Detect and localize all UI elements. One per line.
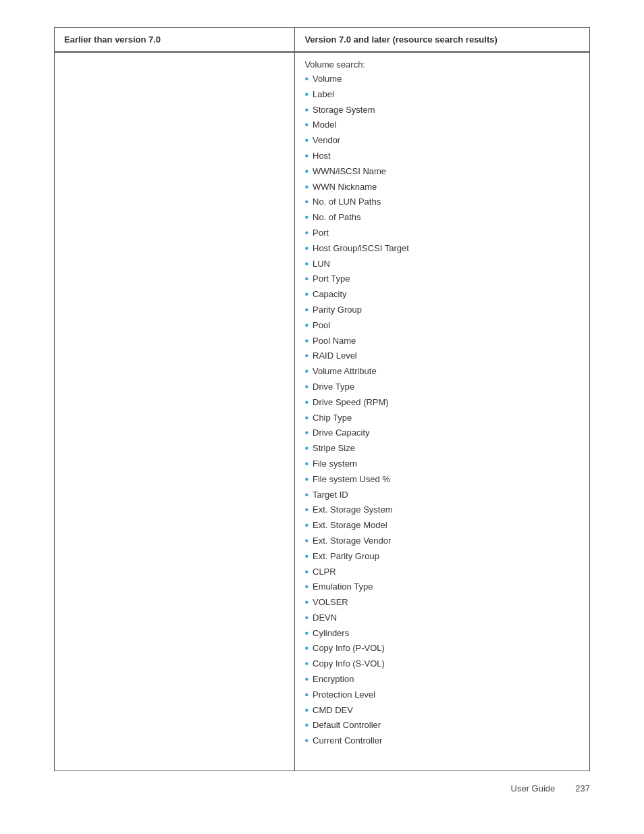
list-item-text: RAID Level (313, 349, 357, 363)
bullet-icon: • (304, 303, 308, 317)
bullet-icon: • (304, 534, 308, 548)
list-item: •Pool Name (304, 334, 580, 348)
bullet-icon: • (304, 396, 308, 410)
list-item: •Ext. Storage System (304, 503, 580, 517)
list-item: •Host Group/iSCSI Target (304, 242, 580, 256)
list-item-text: Stripe Size (313, 442, 355, 455)
bullet-icon: • (304, 288, 308, 302)
list-item: •Encryption (304, 673, 580, 687)
list-item-text: Storage System (313, 103, 375, 117)
list-item-text: Model (313, 118, 336, 132)
footer-page: 237 (575, 783, 590, 793)
bullet-icon: • (304, 657, 308, 671)
bullet-icon: • (304, 319, 308, 333)
bullet-icon: • (304, 242, 308, 256)
list-item: •Volume (304, 72, 580, 86)
list-item-text: Label (313, 88, 334, 101)
bullet-icon: • (304, 565, 308, 579)
list-item-text: Volume (313, 72, 342, 86)
bullet-icon: • (304, 349, 308, 363)
list-item: •Copy Info (P-VOL) (304, 642, 580, 656)
list-item-text: WWN Nickname (313, 180, 377, 194)
list-item-text: Host (313, 149, 331, 163)
list-item-text: File system (313, 457, 357, 471)
list-item: •Cylinders (304, 627, 580, 641)
list-item-text: Parity Group (313, 303, 362, 317)
list-item-text: Ext. Parity Group (313, 550, 379, 563)
bullet-icon: • (304, 211, 308, 225)
bullet-icon: • (304, 257, 308, 271)
list-item: •Pool (304, 319, 580, 333)
bullet-icon: • (304, 165, 308, 179)
list-item: •Emulation Type (304, 580, 580, 594)
cell-right: Volume search: •Volume•Label•Storage Sys… (295, 53, 589, 771)
bullet-icon: • (304, 550, 308, 564)
list-item-text: Volume Attribute (313, 365, 377, 378)
list-item: •File system (304, 457, 580, 471)
list-item: •Drive Type (304, 380, 580, 394)
header-col-right: Version 7.0 and later (resource search r… (295, 28, 589, 51)
list-item-text: Target ID (313, 488, 348, 502)
list-item: •Volume Attribute (304, 365, 580, 379)
list-item-text: Vendor (313, 134, 340, 147)
list-item-text: No. of LUN Paths (313, 195, 381, 209)
list-item-text: Copy Info (P-VOL) (313, 642, 385, 655)
list-item-text: Emulation Type (313, 580, 373, 594)
bullet-icon: • (304, 488, 308, 502)
page-footer: User Guide 237 (54, 771, 590, 793)
list-item: •Target ID (304, 488, 580, 502)
header-col-left: Earlier than version 7.0 (55, 28, 295, 51)
list-item: •RAID Level (304, 349, 580, 363)
list-item-text: CMD DEV (313, 704, 353, 717)
list-item-text: Encryption (313, 673, 354, 686)
bullet-icon: • (304, 473, 308, 487)
list-item-text: Capacity (313, 288, 347, 301)
list-item: •Capacity (304, 288, 580, 302)
list-item: •Current Controller (304, 734, 580, 748)
bullet-icon: • (304, 442, 308, 456)
list-item: •Drive Capacity (304, 426, 580, 440)
list-item: •Ext. Parity Group (304, 550, 580, 564)
bullet-icon: • (304, 519, 308, 533)
list-item: •Port (304, 226, 580, 240)
bullet-icon: • (304, 118, 308, 132)
table-body: Volume search: •Volume•Label•Storage Sys… (55, 53, 589, 771)
bullet-icon: • (304, 704, 308, 718)
bullet-icon: • (304, 688, 308, 702)
list-item: •Parity Group (304, 303, 580, 317)
list-item-text: Cylinders (313, 627, 349, 640)
bullet-icon: • (304, 180, 308, 194)
list-item: •LUN (304, 257, 580, 271)
list-item: •Stripe Size (304, 442, 580, 456)
list-item: •CMD DEV (304, 704, 580, 718)
list-item: •Copy Info (S-VOL) (304, 657, 580, 671)
bullet-icon: • (304, 611, 308, 625)
comparison-table: Earlier than version 7.0 Version 7.0 and… (54, 27, 590, 771)
footer-label: User Guide (511, 783, 556, 793)
list-item-text: CLPR (313, 565, 336, 579)
list-item: •Model (304, 118, 580, 132)
cell-left (55, 53, 295, 771)
bullet-icon: • (304, 411, 308, 425)
bullet-icon: • (304, 627, 308, 641)
list-item-text: WWN/iSCSI Name (313, 165, 386, 178)
bullet-icon: • (304, 272, 308, 286)
bullet-icon: • (304, 426, 308, 440)
list-item: •WWN Nickname (304, 180, 580, 194)
bullet-icon: • (304, 334, 308, 348)
list-item: •DEVN (304, 611, 580, 625)
list-item-text: LUN (313, 257, 330, 271)
bullet-icon: • (304, 103, 308, 118)
list-item-text: Drive Speed (RPM) (313, 396, 389, 409)
bullet-icon: • (304, 88, 308, 102)
list-item-text: Port Type (313, 272, 350, 286)
list-item: •WWN/iSCSI Name (304, 165, 580, 179)
bullet-icon: • (304, 149, 308, 163)
page-container: Earlier than version 7.0 Version 7.0 and… (0, 0, 644, 834)
bullet-icon: • (304, 642, 308, 656)
table-header: Earlier than version 7.0 Version 7.0 and… (55, 28, 589, 53)
list-item: •No. of Paths (304, 211, 580, 225)
list-item-text: Host Group/iSCSI Target (313, 242, 409, 255)
list-item-text: VOLSER (313, 596, 348, 609)
bullet-icon: • (304, 734, 308, 748)
